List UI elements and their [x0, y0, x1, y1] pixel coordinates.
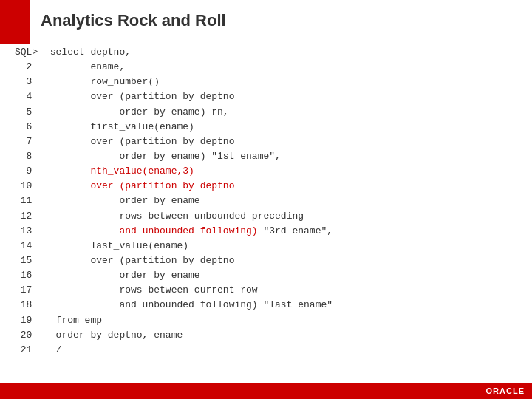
page-title: Analytics Rock and Roll — [0, 0, 532, 38]
code-content-red: and unbounded following) — [119, 224, 257, 239]
table-row: 10 over (partition by deptno — [15, 179, 517, 194]
code-content: select deptno, — [44, 45, 131, 60]
code-content: order by ename) "1st ename", — [44, 149, 281, 164]
line-number: 7 — [15, 134, 44, 149]
line-number: 16 — [15, 268, 44, 283]
code-content: ename, — [44, 60, 125, 75]
code-content: first_value(ename) — [44, 120, 194, 134]
table-row: 6 first_value(ename) — [15, 120, 517, 134]
line-number: 18 — [15, 298, 44, 313]
line-number: 17 — [15, 283, 44, 298]
table-row: 20 order by deptno, ename — [15, 328, 517, 343]
table-row: 18 and unbounded following) "last ename" — [15, 298, 517, 313]
code-content: order by deptno, ename — [44, 328, 183, 343]
code-content: over (partition by deptno — [44, 134, 234, 149]
table-row: 21 / — [15, 343, 517, 358]
line-number: 3 — [15, 75, 44, 89]
line-number: 12 — [15, 209, 44, 224]
code-content-red: over (partition by deptno — [44, 179, 234, 194]
table-row: 16 order by ename — [15, 268, 517, 283]
code-content-red: nth_value(ename,3) — [44, 164, 194, 179]
code-content: last_value(ename) — [44, 239, 188, 253]
line-number: 21 — [15, 343, 44, 358]
table-row: 15 over (partition by deptno — [15, 253, 517, 268]
line-number: 11 — [15, 194, 44, 208]
code-content: from emp — [44, 313, 102, 328]
sql-line-prompt: SQL> select deptno, — [15, 45, 517, 60]
code-content: order by ename) rn, — [44, 105, 229, 120]
table-row: 5 order by ename) rn, — [15, 105, 517, 120]
code-content — [44, 224, 119, 239]
line-number: 6 — [15, 120, 44, 134]
table-row: 19 from emp — [15, 313, 517, 328]
line-number: 14 — [15, 239, 44, 253]
bottom-bar: ORACLE — [0, 383, 532, 399]
line-number: 4 — [15, 89, 44, 104]
code-content: / — [44, 343, 61, 358]
code-content: "3rd ename", — [258, 224, 332, 239]
table-row: 8 order by ename) "1st ename", — [15, 149, 517, 164]
table-row: 7 over (partition by deptno — [15, 134, 517, 149]
code-content: and unbounded following) "last ename" — [44, 298, 332, 313]
sql-content: SQL> select deptno, 2 ename, 3 row_numbe… — [0, 38, 532, 365]
line-number: 20 — [15, 328, 44, 343]
code-content: row_number() — [44, 75, 160, 89]
table-row: 11 order by ename — [15, 194, 517, 208]
line-number: 19 — [15, 313, 44, 328]
line-number: 2 — [15, 60, 44, 75]
code-content: rows between current row — [44, 283, 258, 298]
code-content: order by ename — [44, 268, 200, 283]
line-number: 5 — [15, 105, 44, 120]
title-text: Analytics Rock and Roll — [41, 11, 226, 30]
line-number: 10 — [15, 179, 44, 194]
table-row: 14 last_value(ename) — [15, 239, 517, 253]
line-number: 13 — [15, 224, 44, 239]
table-row: 4 over (partition by deptno — [15, 89, 517, 104]
line-number: 9 — [15, 164, 44, 179]
line-number: SQL> — [15, 45, 44, 60]
line-number: 8 — [15, 149, 44, 164]
table-row: 13 and unbounded following) "3rd ename", — [15, 224, 517, 239]
code-content: rows between unbounded preceding — [44, 209, 304, 224]
code-content: order by ename — [44, 194, 200, 208]
red-accent-bar — [0, 0, 30, 44]
code-content: over (partition by deptno — [44, 89, 234, 104]
table-row: 9 nth_value(ename,3) — [15, 164, 517, 179]
oracle-logo-text: ORACLE — [486, 386, 525, 395]
table-row: 12 rows between unbounded preceding — [15, 209, 517, 224]
code-content: over (partition by deptno — [44, 253, 234, 268]
table-row: 2 ename, — [15, 60, 517, 75]
table-row: 17 rows between current row — [15, 283, 517, 298]
line-number: 15 — [15, 253, 44, 268]
table-row: 3 row_number() — [15, 75, 517, 89]
